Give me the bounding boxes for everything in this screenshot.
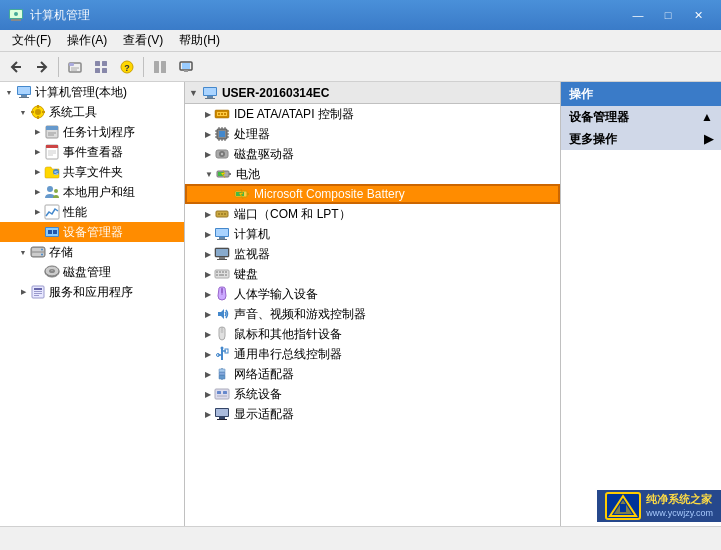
watermark-text: 纯净系统之家 www.ycwjzy.com <box>646 492 713 520</box>
tree-item-device-manager[interactable]: 设备管理器 <box>0 222 184 242</box>
tree-item-local-users[interactable]: 本地用户和组 <box>0 182 184 202</box>
ide-label: IDE ATA/ATAPI 控制器 <box>234 106 354 123</box>
device-item-system-dev[interactable]: ▶ 系统设备 <box>185 384 560 404</box>
svg-point-53 <box>41 254 43 256</box>
network-icon <box>214 366 230 382</box>
svg-rect-62 <box>34 295 39 296</box>
hid-arrow: ▶ <box>205 290 211 299</box>
window-controls: — □ ✕ <box>623 5 713 25</box>
watermark: 纯净系统之家 www.ycwjzy.com <box>597 490 721 522</box>
tree-item-disk-management[interactable]: 磁盘管理 <box>0 262 184 282</box>
help-icon: ? <box>120 60 134 74</box>
monitor-button[interactable] <box>174 55 198 79</box>
svg-point-88 <box>221 153 223 155</box>
shared-folders-icon: S <box>44 164 60 180</box>
svg-rect-44 <box>45 205 59 219</box>
device-item-battery[interactable]: ▼ 电池 <box>185 164 560 184</box>
device-root-header[interactable]: ▼ USER-20160314EC <box>185 82 560 104</box>
audio-arrow: ▶ <box>205 310 211 319</box>
device-item-keyboard[interactable]: ▶ 键盘 <box>185 264 560 284</box>
action-section-collapse-icon: ▲ <box>701 110 713 124</box>
computer-icon <box>16 84 32 100</box>
device-item-usb[interactable]: ▶ 通用串行总线控制器 <box>185 344 560 364</box>
browse-button[interactable] <box>63 55 87 79</box>
svg-rect-29 <box>31 111 34 113</box>
disk-icon <box>214 146 230 162</box>
close-button[interactable]: ✕ <box>683 5 713 25</box>
svg-rect-73 <box>219 131 225 137</box>
action-section-device-manager-label: 设备管理器 <box>569 109 629 126</box>
svg-text:S: S <box>54 170 58 176</box>
action-section-more-icon: ▶ <box>704 132 713 146</box>
local-users-icon <box>44 184 60 200</box>
device-item-hid[interactable]: ▶ 人体学输入设备 <box>185 284 560 304</box>
menu-help[interactable]: 帮助(H) <box>171 30 228 52</box>
task-scheduler-icon <box>44 124 60 140</box>
com-lpt-label: 端口（COM 和 LPT） <box>234 206 351 223</box>
tree-item-performance[interactable]: 性能 <box>0 202 184 222</box>
device-item-network[interactable]: ▶ 网络适配器 <box>185 364 560 384</box>
watermark-logo <box>605 492 641 520</box>
monitor-dev-arrow: ▶ <box>205 250 211 259</box>
device-item-ide[interactable]: ▶ IDE ATA/ATAPI 控制器 <box>185 104 560 124</box>
svg-rect-132 <box>223 391 227 394</box>
svg-rect-60 <box>34 291 42 292</box>
tree-item-services[interactable]: 服务和应用程序 <box>0 282 184 302</box>
action-section-more[interactable]: 更多操作 ▶ <box>561 128 721 150</box>
svg-rect-130 <box>215 389 229 399</box>
svg-rect-12 <box>95 68 100 73</box>
device-item-disk[interactable]: ▶ 磁盘驱动器 <box>185 144 560 164</box>
svg-rect-90 <box>229 173 231 175</box>
help-button[interactable]: ? <box>115 55 139 79</box>
tree-item-system-tools[interactable]: 系统工具 <box>0 102 184 122</box>
list-button[interactable] <box>148 55 172 79</box>
svg-rect-10 <box>95 61 100 66</box>
svg-rect-125 <box>219 375 225 379</box>
tree-item-task-scheduler[interactable]: 任务计划程序 <box>0 122 184 142</box>
svg-point-98 <box>224 213 226 215</box>
svg-rect-114 <box>225 274 227 276</box>
device-item-audio[interactable]: ▶ 声音、视频和游戏控制器 <box>185 304 560 324</box>
device-item-ms-battery[interactable]: ▶ Microsoft Composite Battery <box>185 184 560 204</box>
forward-button[interactable] <box>30 55 54 79</box>
menu-file[interactable]: 文件(F) <box>4 30 59 52</box>
tree-root[interactable]: 计算机管理(本地) <box>0 82 184 102</box>
computer-dev-icon <box>214 226 230 242</box>
device-item-cpu[interactable]: ▶ 处理器 <box>185 124 560 144</box>
back-button[interactable] <box>4 55 28 79</box>
device-item-mouse[interactable]: ▶ 鼠标和其他指针设备 <box>185 324 560 344</box>
mouse-arrow: ▶ <box>205 330 211 339</box>
svg-rect-112 <box>216 274 218 276</box>
ide-arrow: ▶ <box>205 110 211 119</box>
svg-rect-36 <box>46 145 58 148</box>
maximize-button[interactable]: □ <box>653 5 683 25</box>
tree-item-shared-folders[interactable]: S 共享文件夹 <box>0 162 184 182</box>
tree-item-event-viewer[interactable]: 事件查看器 <box>0 142 184 162</box>
com-lpt-icon <box>214 206 230 222</box>
mouse-icon <box>214 326 230 342</box>
view-button[interactable] <box>89 55 113 79</box>
minimize-button[interactable]: — <box>623 5 653 25</box>
device-item-computer[interactable]: ▶ 计算机 <box>185 224 560 244</box>
event-viewer-icon <box>44 144 60 160</box>
device-item-display[interactable]: ▶ 显示适配器 <box>185 404 560 424</box>
disk-management-arrow <box>30 265 44 279</box>
menu-view[interactable]: 查看(V) <box>115 30 171 52</box>
svg-rect-17 <box>161 61 166 73</box>
svg-rect-100 <box>216 229 228 236</box>
tree-item-storage[interactable]: 存储 <box>0 242 184 262</box>
device-item-monitor[interactable]: ▶ 监视器 <box>185 244 560 264</box>
svg-rect-66 <box>205 98 215 99</box>
system-dev-arrow: ▶ <box>205 390 211 399</box>
svg-rect-30 <box>42 111 45 113</box>
action-section-device-manager[interactable]: 设备管理器 ▲ <box>561 106 721 128</box>
network-label: 网络适配器 <box>234 366 294 383</box>
svg-rect-20 <box>184 70 188 72</box>
storage-arrow <box>16 245 30 259</box>
battery-icon <box>216 166 232 182</box>
root-label: 计算机管理(本地) <box>35 84 127 101</box>
device-item-com-lpt[interactable]: ▶ 端口（COM 和 LPT） <box>185 204 560 224</box>
svg-rect-104 <box>216 249 228 256</box>
app-icon <box>8 7 24 23</box>
menu-action[interactable]: 操作(A) <box>59 30 115 52</box>
